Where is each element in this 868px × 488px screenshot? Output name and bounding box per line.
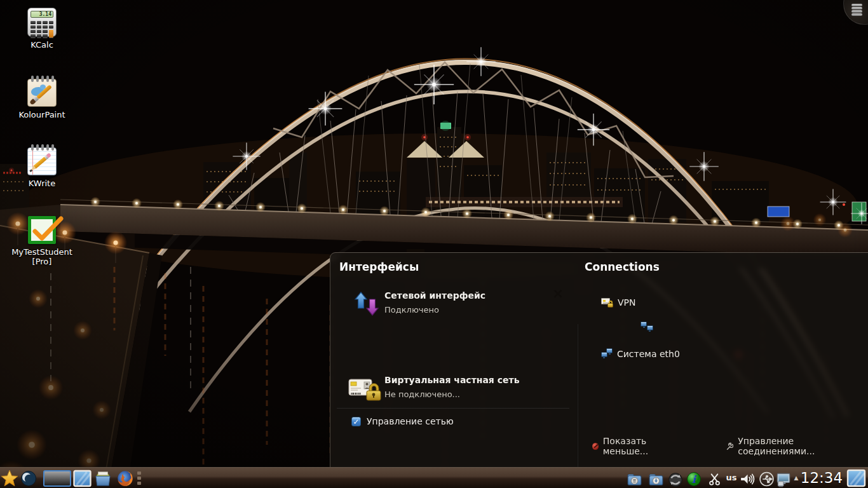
network-manager-popup: Интерфейсы Connections Сетевой интерфейс… [330,252,868,467]
network-manager-icon[interactable] [775,470,792,488]
terminal-window-icon[interactable] [43,470,71,487]
show-less-button[interactable]: Показать меньше... [592,436,685,456]
folder-download-tray-icon[interactable] [648,471,664,488]
sync-tray-icon[interactable] [667,470,684,488]
icon-label: KWrite [4,179,80,188]
interface-name: Сетевой интерфейс [384,290,568,301]
connections-title: Connections [585,261,660,273]
interface-row-wired[interactable]: Сетевой интерфейс Подключено [339,290,568,315]
interface-row-vpn[interactable]: Виртуальная частная сеть Не подключено..… [339,375,568,399]
interface-status: Не подключено... [384,390,568,399]
volume-icon[interactable] [739,470,755,488]
connection-item-vpn[interactable]: VPN [601,297,636,308]
desktop-icon-kcalc[interactable]: 3.14 KCalc [4,8,80,50]
column-divider [577,324,578,467]
updown-arrows-icon [353,290,380,317]
interfaces-title: Интерфейсы [339,261,419,273]
kde-globe-icon[interactable] [20,470,37,487]
file-manager-icon[interactable] [94,470,112,487]
separator [337,407,569,409]
usb-device-icon[interactable] [759,470,775,488]
kcalc-lcd-display: 3.14 [31,11,53,18]
networking-enabled-checkbox[interactable]: ✓ Управление сетью [351,416,454,426]
kolourpaint-icon [27,79,57,107]
collapse-red-icon [592,443,599,450]
checkbox-checked-icon[interactable]: ✓ [351,417,361,426]
desktop-icon-kwrite[interactable]: KWrite [4,144,80,188]
calculator-icon: 3.14 [27,8,57,37]
manage-connections-button[interactable]: Управление соединениями... [726,436,859,456]
folder-document-tray-icon[interactable] [627,471,642,488]
two-monitors-icon [601,348,613,359]
wrench-icon [726,442,734,451]
vpn-lock-icon [601,297,613,308]
icon-label: KolourPaint [4,110,80,119]
stacked-layers-icon [851,4,862,17]
desktop: 3.14 KCalc KolourPaint KWrite [0,0,868,488]
close-icon[interactable]: × [550,286,566,301]
connection-item-eth0[interactable]: Система eth0 [601,348,680,359]
star-launcher-icon[interactable] [1,470,18,487]
desktop-window-icon[interactable] [72,470,92,487]
green-checkmark-icon [28,216,56,244]
keyboard-layout-indicator[interactable]: us [723,473,740,482]
panel-drag-handle[interactable] [137,471,142,485]
klipper-scissors-icon[interactable] [707,470,722,488]
vpn-card-lock-icon [348,376,381,402]
icon-label: KCalc [4,40,80,50]
interface-status: Подключено [384,305,568,315]
interface-name: Виртуальная частная сеть [384,375,568,385]
kwrite-icon [27,147,57,175]
digital-clock[interactable]: 12:34 [799,470,844,486]
show-desktop-icon[interactable] [846,469,866,487]
taskbar: i us [0,467,868,488]
firefox-icon[interactable] [116,470,134,487]
desktop-icon-myteststudent[interactable]: MyTestStudent [Pro] [4,216,80,266]
info-tray-icon[interactable]: i [686,470,702,488]
icon-label: MyTestStudent [Pro] [4,247,80,266]
desktop-icon-kolourpaint[interactable]: KolourPaint [4,75,80,119]
